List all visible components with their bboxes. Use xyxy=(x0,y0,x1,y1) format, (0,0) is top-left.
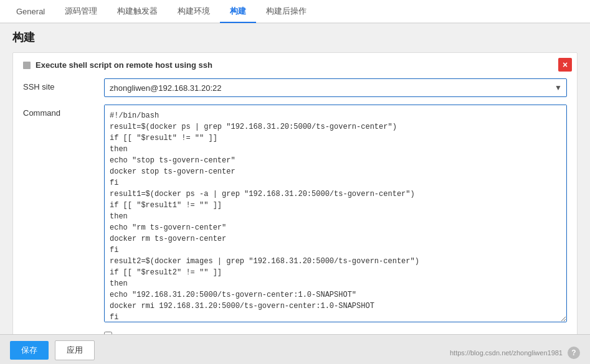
build-panel: × Execute shell script on remote host us… xyxy=(12,52,578,353)
close-button[interactable]: × xyxy=(558,58,572,72)
command-label: Command xyxy=(23,105,104,118)
top-tab-bar: General 源码管理 构建触发器 构建环境 构建 构建后操作 xyxy=(0,0,590,24)
ssh-site-control: zhongliwen@192.168.31.20:22 ▼ xyxy=(104,78,567,97)
ssh-site-select-wrapper: zhongliwen@192.168.31.20:22 ▼ xyxy=(104,78,567,97)
ssh-site-row: SSH site zhongliwen@192.168.31.20:22 ▼ xyxy=(23,78,567,97)
save-button[interactable]: 保存 xyxy=(10,341,49,360)
command-control: #!/bin/bash result=$(docker ps | grep "1… xyxy=(104,105,567,324)
bottom-bar: 保存 应用 https://blog.csdn.net/zhongliwen19… xyxy=(0,334,590,364)
tab-source[interactable]: 源码管理 xyxy=(55,1,107,23)
tab-trigger[interactable]: 构建触发器 xyxy=(107,1,168,23)
panel-header-label: Execute shell script on remote host usin… xyxy=(36,60,212,70)
command-textarea[interactable]: #!/bin/bash result=$(docker ps | grep "1… xyxy=(104,105,567,322)
bottom-right: https://blog.csdn.net/zhongliwen1981 ? xyxy=(450,347,580,359)
help-icon[interactable]: ? xyxy=(568,347,580,359)
tab-env[interactable]: 构建环境 xyxy=(168,1,220,23)
ssh-site-select[interactable]: zhongliwen@192.168.31.20:22 xyxy=(104,78,567,97)
tab-build[interactable]: 构建 xyxy=(220,1,256,23)
command-row: Command #!/bin/bash result=$(docker ps |… xyxy=(23,105,567,324)
page-title: 构建 xyxy=(12,30,578,45)
tab-general[interactable]: General xyxy=(6,2,55,22)
page-content: 构建 × Execute shell script on remote host… xyxy=(0,24,590,364)
watermark-text: https://blog.csdn.net/zhongliwen1981 xyxy=(450,349,563,357)
panel-header: Execute shell script on remote host usin… xyxy=(23,60,567,70)
tab-post[interactable]: 构建后操作 xyxy=(256,1,316,23)
panel-header-icon xyxy=(23,62,31,69)
apply-button[interactable]: 应用 xyxy=(55,340,95,360)
ssh-site-label: SSH site xyxy=(23,78,104,91)
